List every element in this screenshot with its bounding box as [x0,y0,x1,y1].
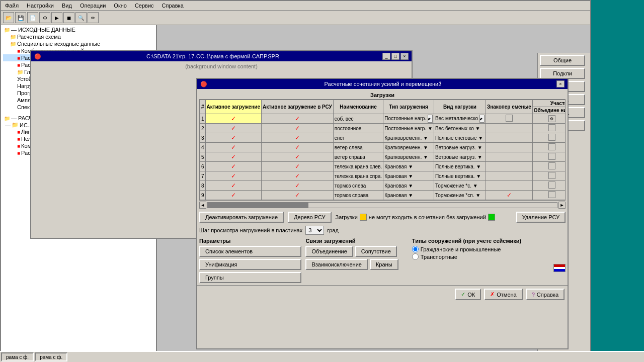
link-btn-obj[interactable]: Объединение [305,246,353,257]
cell-znak-5[interactable] [486,152,532,162]
inner-window-title: C:\SDATA 21\гр. 17-СС-1\рама с фермой-СА… [146,53,279,59]
cell-rsp-9[interactable]: ✓ [261,191,333,200]
ok-btn[interactable]: ✓ ОК [455,289,481,300]
cell-znak-4[interactable] [486,143,532,152]
cell-rsp-2[interactable]: ✓ [261,124,333,133]
menu-window[interactable]: Окно [112,2,129,9]
col-obj: Объедине ния [532,107,566,114]
right-btn-podkli[interactable]: Подкли [540,68,585,79]
toolbar-open[interactable]: 📂 [3,12,14,23]
delete-rsu-btn[interactable]: Удаление РСУ [516,212,566,223]
toolbar-btn4[interactable]: ⚙ [39,12,50,23]
cell-active-4[interactable]: ✓ [205,143,261,152]
scroll-left-btn[interactable]: ◄ [199,202,206,209]
inner-minimize-btn[interactable]: _ [382,53,390,60]
step-unit: град [327,227,339,233]
menu-file[interactable]: Файл [3,2,21,9]
cell-obj-5[interactable] [532,152,566,162]
cell-rsp-6[interactable]: ✓ [261,162,333,171]
scrollbar-area: ◄ ► [197,201,568,210]
table-row: 7 ✓ ✓ тележка крана спра. Крановая ▼ Пол… [200,171,566,181]
inner-maximize-btn[interactable]: □ [391,53,399,60]
scrollbar-track[interactable] [207,202,557,208]
cell-obj-2[interactable] [532,124,566,133]
cell-name-7: тележка крана спра. [333,171,383,181]
cell-rsp-5[interactable]: ✓ [261,152,333,162]
link-btn-soput[interactable]: Сопутствие [355,246,397,257]
cell-rsp-3[interactable]: ✓ [261,133,333,143]
cell-kind-5: Ветровые нагруз. ▼ [434,152,486,162]
cell-num-6: 6 [200,162,206,171]
cell-znak-1[interactable] [486,114,532,124]
menu-service[interactable]: Сервис [133,2,156,9]
right-btn-general[interactable]: Общие [540,55,585,66]
tree-item-rasch-schema[interactable]: 📁 Расчетная схема [3,33,154,40]
menu-bar: Файл Настройки Вид Операции Окно Сервис … [1,1,590,11]
cell-active-7[interactable]: ✓ [205,171,261,181]
col-kind: Вид нагрузки [434,100,486,114]
link-btn-crany[interactable]: Краны [370,259,398,270]
taskbar-btn-1[interactable]: рама с ф. [1,352,34,361]
taskbar-btn-2[interactable]: рама с ф. [35,352,67,361]
cancel-btn[interactable]: ✗ Отмена [484,289,522,300]
cell-znak-7[interactable] [486,171,532,181]
tree-item-spets[interactable]: 📁 Специальные исходные данные [3,40,154,47]
cell-active-2[interactable]: ✓ [205,124,261,133]
toolbar-btn6[interactable]: ◼ [63,12,74,23]
cell-active-5[interactable]: ✓ [205,152,261,162]
cell-rsp-1[interactable]: ✓ [261,114,333,124]
sel-1[interactable] [428,115,433,123]
cell-obj-3[interactable] [532,133,566,143]
cell-znak-2[interactable] [486,124,532,133]
toolbar-save[interactable]: 💾 [15,12,26,23]
cell-obj-1[interactable]: ⚙ [532,114,566,124]
legend-yellow [360,214,367,221]
cell-obj-8[interactable] [532,181,566,191]
table-row: 3 ✓ ✓ снег Кратковременн. ▼ Полные снего… [200,133,566,143]
toolbar-btn8[interactable]: ✏ [88,12,99,23]
radio-transport-input[interactable] [412,253,419,260]
inner-close-btn[interactable]: × [400,53,409,60]
menu-operations[interactable]: Операции [78,2,108,9]
cell-obj-7[interactable] [532,171,566,181]
cell-name-8: тормоз слева [333,181,383,191]
cell-active-8[interactable]: ✓ [205,181,261,191]
tree-item-ishodnie[interactable]: 📁 — ИСХОДНЫЕ ДАННЫЕ [3,26,154,33]
menu-settings[interactable]: Настройки [25,2,56,9]
sel-k1[interactable] [479,115,485,123]
cell-znak-6[interactable] [486,162,532,171]
toolbar-btn5[interactable]: ▶ [51,12,62,23]
cell-active-3[interactable]: ✓ [205,133,261,143]
toolbar-btn7[interactable]: 🔍 [75,12,87,23]
cell-rsp-7[interactable]: ✓ [261,171,333,181]
cell-active-6[interactable]: ✓ [205,162,261,171]
params-btn-list[interactable]: Список элементов [199,246,301,257]
params-btn-unif[interactable]: Унификация [199,259,301,270]
step-select[interactable]: 3 5 10 [305,226,324,235]
inner-window-title-bar: 🔴 C:\SDATA 21\гр. 17-СС-1\рама с фермой-… [31,51,412,61]
cell-rsp-8[interactable]: ✓ [261,181,333,191]
cell-znak-9[interactable]: ✓ [486,191,532,200]
cell-znak-3[interactable] [486,133,532,143]
cell-name-5: ветер справа [333,152,383,162]
tree-rsu-btn[interactable]: Дерево РСУ [288,212,331,223]
menu-help[interactable]: Справка [160,2,186,9]
toolbar-new[interactable]: 📄 [27,12,38,23]
scroll-thumb[interactable] [208,203,308,208]
cell-obj-6[interactable] [532,162,566,171]
radio-civil-input[interactable] [412,246,419,252]
help-btn[interactable]: ? Справка [526,289,565,300]
scroll-right-btn[interactable]: ► [558,202,566,209]
action-buttons: ✓ ОК ✗ Отмена ? Справка [197,285,568,303]
cell-obj-4[interactable] [532,143,566,152]
cell-obj-9[interactable] [532,191,566,200]
cell-rsp-4[interactable]: ✓ [261,143,333,152]
cell-active-9[interactable]: ✓ [205,191,261,200]
cell-active-1[interactable]: ✓ [205,114,261,124]
deactivate-btn[interactable]: Деактивировать загружение [199,212,284,223]
link-btn-vzaimo[interactable]: Взаимоисключение [305,259,368,270]
menu-view[interactable]: Вид [60,2,74,9]
dialog-close-btn[interactable]: × [556,80,565,87]
params-btn-groups[interactable]: Группы [199,272,301,283]
cell-znak-8[interactable] [486,181,532,191]
